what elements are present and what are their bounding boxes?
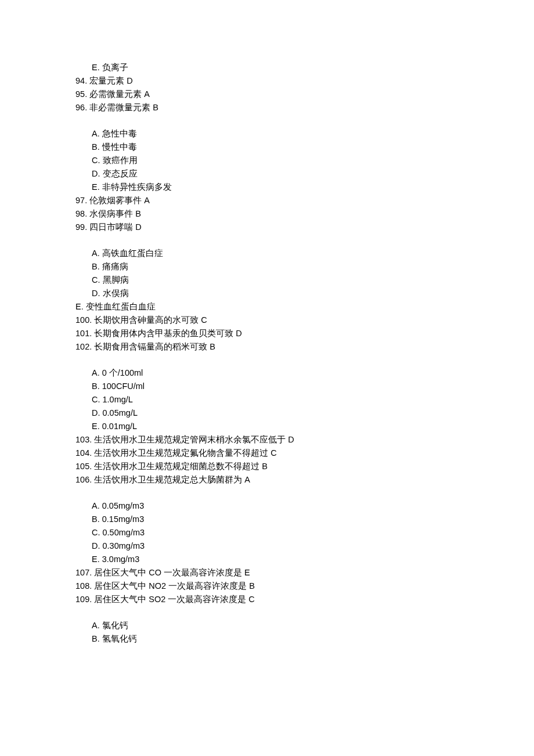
option-line: E. 非特异性疾病多发: [75, 181, 459, 194]
question-group: E. 负离子94. 宏量元素 D95. 必需微量元素 A96. 非必需微量元素 …: [75, 61, 459, 114]
option-line: A. 急性中毒: [75, 127, 459, 141]
option-line: C. 致癌作用: [75, 154, 459, 167]
option-line: A. 高铁血红蛋白症: [75, 247, 459, 260]
question-group: A. 氯化钙B. 氢氧化钙: [75, 619, 459, 646]
option-line: E. 负离子: [75, 61, 459, 74]
question-line: 108. 居住区大气中 NO2 一次最高容许浓度是 B: [75, 579, 459, 593]
question-line: 97. 伦敦烟雾事件 A: [75, 194, 459, 207]
option-line: D. 0.05mg/L: [75, 406, 459, 420]
question-line: 104. 生活饮用水卫生规范规定氟化物含量不得超过 C: [75, 447, 459, 460]
question-line: 100. 长期饮用含砷量高的水可致 C: [75, 314, 459, 327]
option-line: B. 100CFU/ml: [75, 380, 459, 393]
option-line: C. 1.0mg/L: [75, 393, 459, 406]
option-line: E. 3.0mg/m3: [75, 553, 459, 566]
question-line: 94. 宏量元素 D: [75, 74, 459, 88]
question-line: 95. 必需微量元素 A: [75, 88, 459, 101]
question-line: 96. 非必需微量元素 B: [75, 101, 459, 114]
question-line: 107. 居住区大气中 CO 一次最高容许浓度是 E: [75, 566, 459, 579]
option-line: B. 氢氧化钙: [75, 632, 459, 646]
option-line: D. 水俣病: [75, 287, 459, 300]
option-line: D. 0.30mg/m3: [75, 539, 459, 553]
question-line: 103. 生活饮用水卫生规范规定管网末梢水余氯不应低于 D: [75, 433, 459, 447]
option-line: A. 氯化钙: [75, 619, 459, 632]
option-line: B. 痛痛病: [75, 260, 459, 273]
option-line: D. 变态反应: [75, 167, 459, 181]
question-group: A. 急性中毒B. 慢性中毒C. 致癌作用D. 变态反应E. 非特异性疾病多发9…: [75, 127, 459, 234]
question-line: 102. 长期食用含镉量高的稻米可致 B: [75, 340, 459, 354]
question-group: A. 高铁血红蛋白症B. 痛痛病C. 黑脚病D. 水俣病E. 变性血红蛋白血症1…: [75, 247, 459, 354]
option-line: E. 变性血红蛋白血症: [75, 300, 459, 314]
question-line: 105. 生活饮用水卫生规范规定细菌总数不得超过 B: [75, 460, 459, 473]
option-line: A. 0.05mg/m3: [75, 499, 459, 513]
question-line: 99. 四日市哮喘 D: [75, 221, 459, 234]
option-line: B. 慢性中毒: [75, 141, 459, 154]
option-line: C. 0.50mg/m3: [75, 526, 459, 539]
question-line: 109. 居住区大气中 SO2 一次最高容许浓度是 C: [75, 593, 459, 606]
option-line: A. 0 个/100ml: [75, 366, 459, 380]
option-line: C. 黑脚病: [75, 273, 459, 287]
option-line: E. 0.01mg/L: [75, 420, 459, 433]
question-line: 106. 生活饮用水卫生规范规定总大肠菌群为 A: [75, 473, 459, 487]
question-line: 98. 水俣病事件 B: [75, 207, 459, 221]
question-group: A. 0 个/100mlB. 100CFU/mlC. 1.0mg/LD. 0.0…: [75, 366, 459, 487]
question-line: 101. 长期食用体内含甲基汞的鱼贝类可致 D: [75, 327, 459, 340]
document-page: E. 负离子94. 宏量元素 D95. 必需微量元素 A96. 非必需微量元素 …: [0, 0, 534, 704]
option-line: B. 0.15mg/m3: [75, 513, 459, 526]
question-group: A. 0.05mg/m3B. 0.15mg/m3C. 0.50mg/m3D. 0…: [75, 499, 459, 606]
